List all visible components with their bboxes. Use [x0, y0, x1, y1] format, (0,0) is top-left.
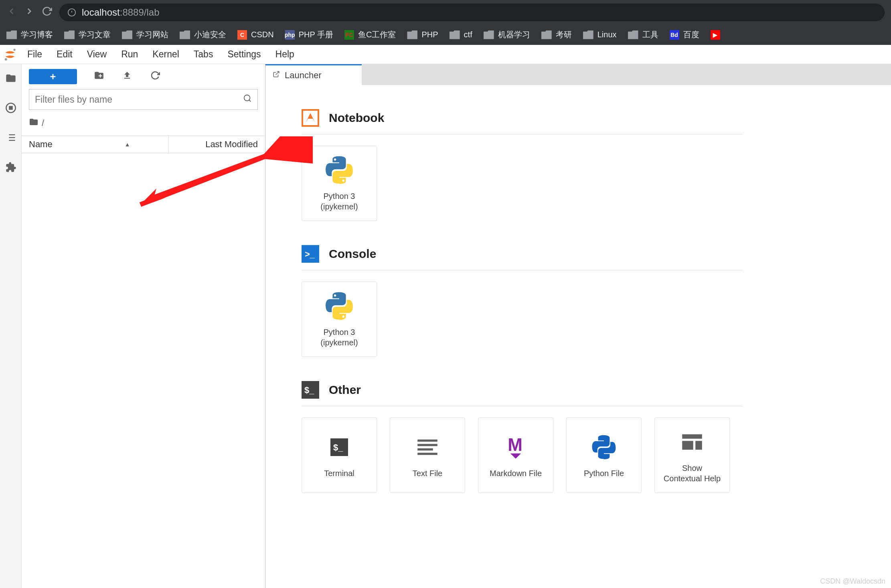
- section-title: Other: [329, 383, 361, 397]
- launcher-card[interactable]: Text File: [390, 418, 465, 493]
- card-label: ShowContextual Help: [664, 463, 721, 484]
- notebook-icon: [302, 109, 319, 127]
- favicon-icon: C: [237, 30, 247, 40]
- bookmark-item[interactable]: 考研: [541, 29, 572, 40]
- browser-chrome: localhost:8889/lab 学习博客学习文章学习网站小迪安全CCSDN…: [0, 0, 891, 45]
- card-label: Terminal: [324, 468, 354, 479]
- favicon-icon: Bd: [670, 30, 679, 40]
- main-area: Launcher NotebookPython 3(ipykernel)>_Co…: [265, 64, 891, 588]
- card-label: Markdown File: [490, 468, 542, 479]
- search-icon: [243, 94, 252, 105]
- bookmark-item[interactable]: Bd百度: [670, 29, 699, 40]
- svg-point-3: [14, 49, 16, 51]
- bookmark-item[interactable]: PHP: [407, 30, 438, 39]
- favicon-icon: php: [285, 30, 295, 40]
- file-browser-toolbar: [22, 64, 265, 89]
- address-bar[interactable]: localhost:8889/lab: [59, 4, 885, 21]
- bookmark-item[interactable]: phpPHP 手册: [285, 29, 333, 40]
- new-launcher-button[interactable]: [29, 69, 77, 84]
- tab-bar: Launcher: [265, 64, 891, 85]
- card-label: Python 3(ipykernel): [320, 327, 358, 348]
- menu-item-kernel[interactable]: Kernel: [145, 45, 186, 64]
- refresh-icon[interactable]: [149, 71, 161, 83]
- filter-input[interactable]: [35, 94, 243, 105]
- header-modified-col[interactable]: Last Modified: [169, 136, 265, 153]
- bookmark-item[interactable]: 学习文章: [64, 29, 111, 40]
- folder-icon: [450, 30, 460, 39]
- python-icon: [324, 291, 354, 321]
- forward-button[interactable]: [24, 6, 34, 19]
- extensions-icon[interactable]: [5, 161, 17, 173]
- filter-input-box[interactable]: [29, 89, 258, 110]
- tab-launcher[interactable]: Launcher: [265, 64, 362, 85]
- menu-item-edit[interactable]: Edit: [49, 45, 80, 64]
- url-path: :8889/lab: [120, 7, 160, 18]
- launcher-card[interactable]: Python 3(ipykernel): [302, 146, 377, 221]
- launch-icon: [273, 71, 280, 80]
- terminal-icon: $_: [324, 432, 354, 462]
- svg-point-15: [244, 95, 250, 101]
- file-browser: / Name ▲ Last Modified: [22, 64, 265, 588]
- youtube-icon: ▶: [711, 30, 720, 40]
- card-label: Python File: [584, 468, 624, 479]
- reload-button[interactable]: [42, 6, 52, 19]
- bookmark-item[interactable]: 工具: [628, 29, 658, 40]
- activity-bar: [0, 64, 22, 588]
- bookmark-item[interactable]: ▶: [711, 30, 720, 40]
- header-name-col[interactable]: Name ▲: [22, 136, 169, 153]
- running-kernels-icon[interactable]: [5, 102, 17, 114]
- bookmark-item[interactable]: FC鱼C工作室: [344, 29, 396, 40]
- bookmarks-bar: 学习博客学习文章学习网站小迪安全CCSDNphpPHP 手册FC鱼C工作室PHP…: [0, 25, 891, 45]
- pythonfile-icon: [589, 432, 619, 462]
- svg-text:$_: $_: [333, 442, 343, 452]
- bookmark-item[interactable]: 机器学习: [484, 29, 530, 40]
- svg-line-17: [276, 71, 279, 75]
- bookmark-item[interactable]: CCSDN: [237, 30, 274, 40]
- bookmark-item[interactable]: ctf: [450, 30, 472, 39]
- svg-point-4: [5, 58, 7, 60]
- card-label: Python 3(ipykernel): [320, 191, 358, 212]
- menu-item-tabs[interactable]: Tabs: [186, 45, 221, 64]
- breadcrumb[interactable]: /: [22, 114, 265, 136]
- launcher-card[interactable]: Python File: [566, 418, 642, 493]
- card-label: Text File: [413, 468, 442, 479]
- jupyter-logo-icon: [0, 45, 20, 64]
- launcher-card[interactable]: $_Terminal: [302, 418, 377, 493]
- launcher-card[interactable]: Python 3(ipykernel): [302, 282, 377, 357]
- bookmark-item[interactable]: Linux: [583, 30, 617, 39]
- textfile-icon: [412, 432, 443, 462]
- launcher-content: NotebookPython 3(ipykernel)>_ConsolePyth…: [265, 85, 891, 588]
- markdown-icon: M: [500, 432, 531, 462]
- folder-icon: [180, 30, 190, 39]
- svg-text:M: M: [508, 435, 522, 454]
- folder-icon[interactable]: [5, 72, 17, 84]
- upload-icon[interactable]: [121, 71, 133, 83]
- new-folder-icon[interactable]: [93, 70, 105, 83]
- bookmark-item[interactable]: 学习博客: [6, 29, 53, 40]
- folder-icon: [407, 30, 417, 39]
- section-title: Notebook: [329, 111, 384, 125]
- bookmark-item[interactable]: 小迪安全: [180, 29, 226, 40]
- menu-item-help[interactable]: Help: [268, 45, 302, 64]
- bookmark-item[interactable]: 学习网站: [122, 29, 168, 40]
- url-host: localhost: [82, 7, 120, 18]
- breadcrumb-root[interactable]: /: [42, 118, 44, 128]
- svg-text:>_: >_: [305, 249, 315, 259]
- svg-rect-6: [9, 107, 12, 109]
- python-icon: [324, 155, 354, 185]
- back-button[interactable]: [6, 6, 17, 19]
- launcher-card[interactable]: ShowContextual Help: [654, 418, 730, 493]
- toc-icon[interactable]: [5, 132, 17, 144]
- folder-icon: [64, 30, 75, 39]
- menu-item-run[interactable]: Run: [114, 45, 145, 64]
- jupyter-app: FileEditViewRunKernelTabsSettingsHelp: [0, 45, 891, 588]
- tab-title: Launcher: [285, 70, 322, 81]
- folder-icon: [6, 30, 17, 39]
- menu-item-settings[interactable]: Settings: [220, 45, 268, 64]
- menu-item-view[interactable]: View: [80, 45, 114, 64]
- menu-item-file[interactable]: File: [20, 45, 49, 64]
- launcher-card[interactable]: MMarkdown File: [478, 418, 553, 493]
- sort-ascending-icon: ▲: [125, 141, 130, 148]
- folder-icon: [122, 30, 132, 39]
- file-list-header: Name ▲ Last Modified: [22, 136, 265, 153]
